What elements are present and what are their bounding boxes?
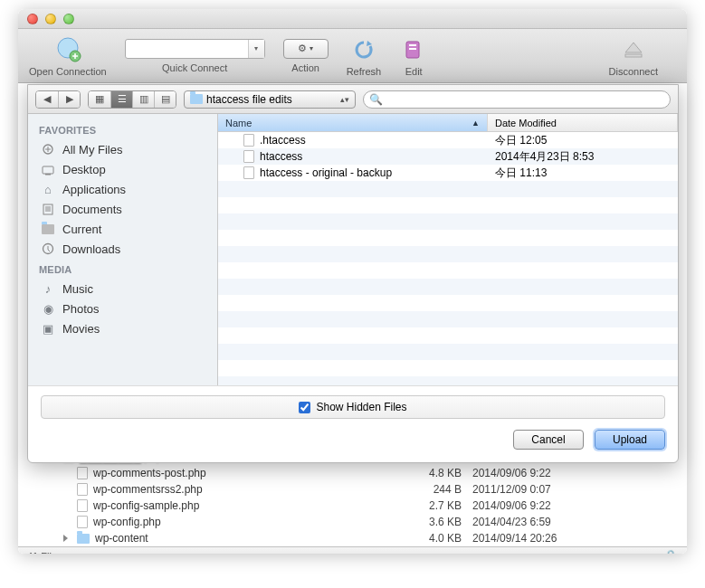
file-row[interactable]: htaccess - original - backup今日 11:13 <box>218 165 678 181</box>
show-hidden-checkbox[interactable] <box>299 402 310 413</box>
remote-file-name: wp-commentsrss2.php <box>93 483 203 496</box>
remote-file-name: wp-config.php <box>93 516 161 528</box>
refresh-button[interactable]: Refresh <box>347 35 382 77</box>
globe-plus-icon <box>53 35 82 64</box>
column-view-button[interactable]: ▥ <box>132 91 154 108</box>
file-date: 今日 12:05 <box>488 133 678 148</box>
quick-connect-input[interactable]: ▾ <box>125 39 265 59</box>
sidebar-item-label: Movies <box>62 322 100 336</box>
sidebar-item[interactable]: All My Files <box>28 139 217 159</box>
document-icon <box>243 150 254 163</box>
cancel-button[interactable]: Cancel <box>513 430 584 450</box>
sidebar-item-label: Documents <box>62 203 122 216</box>
sidebar-item[interactable]: Desktop <box>28 159 217 179</box>
document-icon <box>77 483 88 496</box>
nav-back-forward[interactable]: ◀ ▶ <box>35 90 81 109</box>
sidebar-item[interactable]: ▣Movies <box>28 318 217 338</box>
sidebar-icon <box>41 242 55 256</box>
sidebar-icon: ♪ <box>41 281 55 296</box>
disconnect-label: Disconnect <box>609 66 658 77</box>
open-connection-label: Open Connection <box>29 66 107 77</box>
remote-file-row[interactable]: wp-content4.0 KB2014/09/14 20:26 <box>18 530 687 546</box>
sidebar-item[interactable]: ⌂Applications <box>28 179 217 199</box>
svg-rect-3 <box>409 44 416 46</box>
document-icon <box>243 134 254 147</box>
view-mode-selector[interactable]: ▦ ☰ ▥ ▤ <box>88 90 176 109</box>
remote-file-name: wp-config-sample.php <box>93 499 199 512</box>
path-dropdown[interactable]: htaccess file edits ▴▾ <box>184 90 356 109</box>
file-name: .htaccess <box>260 134 306 147</box>
remote-file-row[interactable]: wp-comments-post.php4.8 KB2014/09/06 9:2… <box>18 465 687 481</box>
remote-file-row[interactable]: wp-config.php3.6 KB2014/04/23 6:59 <box>18 514 687 530</box>
sort-asc-icon: ▲ <box>472 119 480 128</box>
remote-file-row[interactable]: wp-config-sample.php2.7 KB2014/09/06 9:2… <box>18 498 687 514</box>
quick-connect-label: Quick Connect <box>162 62 227 73</box>
forward-button[interactable]: ▶ <box>58 91 80 108</box>
search-icon: 🔍 <box>369 93 383 106</box>
chevron-updown-icon: ▴▾ <box>340 95 349 104</box>
zoom-window-button[interactable] <box>63 14 74 24</box>
sidebar-icon <box>41 162 55 176</box>
sidebar-item-label: Current <box>62 223 101 236</box>
document-icon <box>77 516 88 528</box>
sidebar-icon: ◉ <box>41 301 55 316</box>
sidebar-favorites-heading: FAVORITES <box>28 119 217 139</box>
sidebar-icon: ▣ <box>41 321 55 336</box>
quick-connect-dropdown[interactable]: ▾ <box>248 40 264 58</box>
close-window-button[interactable] <box>27 14 38 24</box>
sidebar-item[interactable]: Documents <box>28 199 217 219</box>
file-date: 2014年4月23日 8:53 <box>488 149 678 165</box>
remote-file-date: 2014/04/23 6:59 <box>462 516 606 528</box>
sidebar-item-label: Music <box>62 282 93 296</box>
refresh-label: Refresh <box>347 66 382 77</box>
eject-icon <box>619 35 648 64</box>
edit-icon <box>399 35 428 64</box>
column-header-date[interactable]: Date Modified <box>488 114 678 131</box>
status-bar: 41 Files 🔒 <box>18 546 687 554</box>
remote-file-name: wp-comments-post.php <box>93 467 206 479</box>
remote-file-date: 2014/09/14 20:26 <box>462 532 606 545</box>
file-row[interactable]: htaccess2014年4月23日 8:53 <box>218 148 678 165</box>
remote-file-date: 2014/09/06 9:22 <box>462 499 606 512</box>
file-name: htaccess - original - backup <box>260 166 392 179</box>
remote-file-size: 244 B <box>407 483 462 496</box>
sidebar-item-label: Photos <box>62 302 99 316</box>
remote-file-date: 2011/12/09 0:07 <box>462 483 606 496</box>
svg-rect-5 <box>625 54 642 57</box>
search-input[interactable]: 🔍 <box>363 90 671 109</box>
refresh-icon <box>349 35 378 64</box>
upload-button[interactable]: Upload <box>595 430 665 450</box>
show-hidden-checkbox-row[interactable]: Show Hidden Files <box>41 395 665 419</box>
remote-file-date: 2014/09/06 9:22 <box>462 467 606 479</box>
remote-file-size: 3.6 KB <box>407 516 462 528</box>
sidebar-icon <box>41 222 55 236</box>
sidebar-item[interactable]: ◉Photos <box>28 299 217 318</box>
minimize-window-button[interactable] <box>45 14 56 24</box>
action-button[interactable]: ⚙▾ Action <box>283 39 329 73</box>
sidebar-item[interactable]: Downloads <box>28 239 217 259</box>
sidebar-icon <box>41 202 55 216</box>
sidebar-item[interactable]: Current <box>28 219 217 239</box>
remote-file-row[interactable]: wp-commentsrss2.php244 B2011/12/09 0:07 <box>18 481 687 498</box>
local-file-list: Name ▲ Date Modified .htaccess今日 12:05ht… <box>218 114 678 385</box>
disconnect-button[interactable]: Disconnect <box>609 35 658 77</box>
column-header-name[interactable]: Name ▲ <box>218 114 488 131</box>
sidebar-item-label: Applications <box>62 183 126 196</box>
document-icon <box>77 499 88 512</box>
main-toolbar: Open Connection ▾ Quick Connect ⚙▾ Actio… <box>18 29 687 83</box>
open-connection-button[interactable]: Open Connection <box>29 35 107 77</box>
lock-icon: 🔒 <box>663 549 678 554</box>
gear-icon: ⚙ <box>298 43 307 54</box>
svg-rect-4 <box>409 48 416 50</box>
back-button[interactable]: ◀ <box>36 91 58 108</box>
sidebar-item[interactable]: ♪Music <box>28 279 217 299</box>
file-row[interactable]: .htaccess今日 12:05 <box>218 132 678 148</box>
coverflow-view-button[interactable]: ▤ <box>154 91 176 108</box>
disclosure-triangle-icon[interactable] <box>63 535 68 542</box>
edit-button[interactable]: Edit <box>399 35 428 77</box>
folder-icon <box>190 94 203 104</box>
list-view-button[interactable]: ☰ <box>110 91 132 108</box>
icon-view-button[interactable]: ▦ <box>89 91 110 108</box>
sidebar-icon <box>41 142 55 156</box>
sidebar-item-label: Desktop <box>62 163 106 176</box>
